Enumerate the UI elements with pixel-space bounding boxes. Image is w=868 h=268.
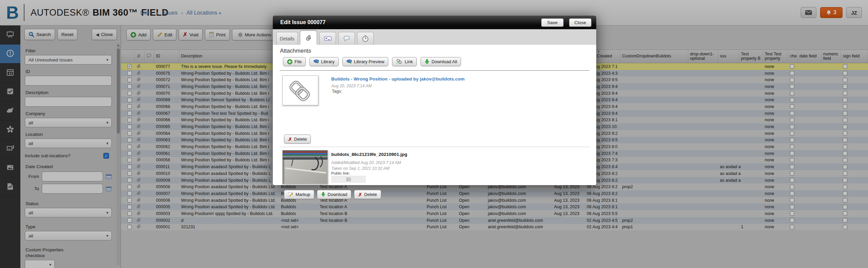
close-button-label: Close: [574, 20, 586, 25]
markup-button[interactable]: Markup: [284, 190, 314, 199]
attachment-link-date: Aug 20, 2023 7:14 AM: [331, 84, 372, 88]
tab-comments[interactable]: [338, 32, 355, 45]
delete-x-icon: ✗: [358, 192, 362, 197]
link-button-label: Link: [405, 59, 413, 64]
attachment-added-date: Added/Modified Aug 20, 2023 7:14 AM: [331, 160, 401, 165]
attachment-tags-label: Tags:: [332, 89, 342, 94]
comment-bubble-icon: [343, 35, 350, 42]
library-icon: [347, 59, 352, 64]
markup-button-label: Markup: [296, 192, 310, 197]
attachment-link-title[interactable]: Buildots - Wrong Position - uploaded by …: [331, 76, 464, 82]
clock-icon: [362, 35, 369, 42]
download-all-button[interactable]: Download All: [421, 57, 461, 66]
attachment-link-thumbnail[interactable]: [282, 75, 318, 105]
delete-button-label: Delete: [294, 137, 307, 142]
link-chain-icon: [396, 59, 403, 65]
save-button[interactable]: Save: [541, 18, 564, 27]
chain-link-icon: [283, 76, 318, 105]
download-arrow-icon: [321, 192, 325, 197]
attachment-photo-thumbnail[interactable]: [282, 150, 328, 184]
library-button-label: Library: [321, 59, 335, 64]
divider: [280, 70, 589, 71]
delete-x-icon: ✗: [288, 137, 292, 142]
divider: [280, 147, 589, 147]
add-plus-icon: [287, 59, 293, 65]
attachments-heading: Attachments: [280, 48, 311, 54]
attach-file-button[interactable]: File: [283, 57, 306, 66]
delete-button-label: Delete: [364, 192, 377, 197]
input-field-icon: [324, 36, 332, 41]
construction-photo: [283, 150, 328, 184]
tab-details-label: Details: [280, 36, 295, 41]
broken-image-icon: [346, 177, 351, 182]
modal-tab-strip: Details: [273, 29, 596, 45]
modal-titlebar: Edit Issue 000077 Save Close: [273, 16, 596, 29]
delete-attachment-button[interactable]: ✗ Delete: [284, 135, 311, 144]
attachments-panel: Attachments File Library: [273, 45, 596, 185]
modal-title: Edit Issue 000077: [280, 19, 325, 25]
tab-details[interactable]: Details: [276, 32, 298, 45]
library-preview-button-label: Library Preview: [354, 59, 385, 64]
file-button-label: File: [295, 59, 302, 64]
tab-custom-fields[interactable]: [319, 32, 336, 45]
download-attachment-button[interactable]: Download: [317, 190, 351, 199]
markup-pencil-icon: [288, 192, 294, 197]
tab-attachments[interactable]: [300, 31, 317, 45]
download-arrow-icon: [425, 59, 429, 65]
library-icon: [314, 59, 319, 64]
paperclip-icon: [305, 34, 312, 41]
attachment-taken-date: Taken on Sep 1, 2021 10:32 AM: [331, 166, 389, 171]
public-link-broken-image: [331, 176, 366, 183]
download-all-label: Download All: [431, 59, 457, 64]
edit-issue-modal: Edit Issue 000077 Save Close Details: [273, 16, 596, 185]
attach-library-preview-button[interactable]: Library Preview: [342, 57, 389, 66]
attachment-filename: buildots_86c21219fe_20210901.jpg: [331, 152, 407, 157]
save-button-label: Save: [547, 20, 558, 25]
download-button-label: Download: [327, 192, 347, 197]
public-link-label: Public link:: [331, 171, 350, 175]
attach-link-button[interactable]: Link: [392, 57, 417, 66]
tab-history[interactable]: [357, 32, 374, 45]
delete-attachment-button[interactable]: ✗ Delete: [354, 190, 381, 199]
attach-library-button[interactable]: Library: [309, 57, 339, 66]
modal-close-button[interactable]: Close: [569, 18, 591, 27]
